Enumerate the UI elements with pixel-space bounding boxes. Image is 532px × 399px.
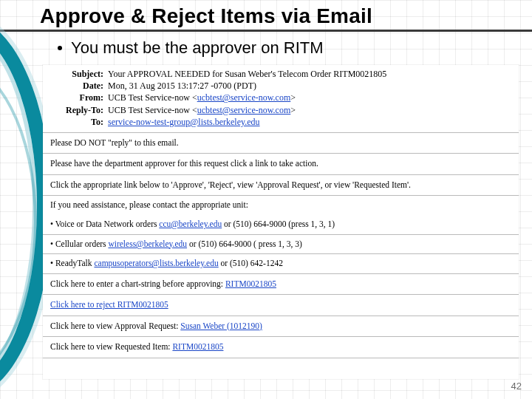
- email-screenshot: Subject: Your APPROVAL NEEDED for Susan …: [43, 65, 519, 379]
- contact-voice-post: or (510) 664-9000 (press 1, 3, 1): [222, 219, 335, 228]
- body-assist-note: If you need assistance, please contact t…: [43, 196, 519, 215]
- approve-row: Click here to enter a chart-string befor…: [43, 274, 519, 295]
- from-name: UCB Test Service-now: [108, 92, 192, 103]
- bullet-dot-icon: [58, 46, 62, 50]
- slide: Approve & Reject Items via Email You mus…: [0, 0, 532, 399]
- contact-cell-email-link[interactable]: wireless@berkeley.edu: [108, 239, 187, 248]
- divider-icon: [43, 358, 519, 358]
- contact-voice-email-link[interactable]: ccu@berkeley.edu: [159, 219, 222, 228]
- replyto-value: UCB Test Service-now <ucbtest@service-no…: [108, 104, 511, 116]
- contact-voice-pre: • Voice or Data Network orders: [50, 219, 159, 228]
- contact-cell-post: or (510) 664-9000 ( press 1, 3, 3): [187, 239, 302, 248]
- approve-pre: Click here to enter a chart-string befor…: [50, 279, 225, 288]
- contact-readytalk: • ReadyTalk campusoperators@lists.berkel…: [43, 254, 519, 273]
- body-click-link-note: Click the appropriate link below to 'App…: [43, 175, 519, 196]
- subject-label: Subject:: [50, 68, 108, 80]
- view-approval-request-link[interactable]: Susan Weber (1012190): [180, 321, 262, 330]
- from-label: From:: [50, 92, 108, 103]
- decorative-arc-inner-icon: [0, 59, 37, 384]
- reject-row: Click here to reject RITM0021805: [43, 295, 519, 316]
- contact-cellular: • Cellular orders wireless@berkeley.edu …: [43, 235, 519, 254]
- view-requested-item-link[interactable]: RITM0021805: [172, 342, 223, 351]
- approve-link[interactable]: RITM0021805: [225, 279, 276, 288]
- reject-link[interactable]: Click here to reject RITM0021805: [50, 300, 168, 309]
- body-approver-note: Please have the department approver for …: [43, 154, 519, 174]
- replyto-name: UCB Test Service-now: [108, 105, 192, 115]
- viewreq-pre: Click here to view Approval Request:: [50, 321, 180, 330]
- contact-ready-pre: • ReadyTalk: [50, 259, 94, 267]
- date-value: Mon, 31 Aug 2015 13:17:27 -0700 (PDT): [108, 80, 511, 92]
- title-underline: [0, 30, 532, 32]
- page-number: 42: [511, 381, 522, 392]
- view-approval-request-row: Click here to view Approval Request: Sus…: [43, 316, 519, 337]
- to-label: To:: [50, 116, 108, 128]
- date-label: Date:: [50, 80, 108, 92]
- body-no-reply: Please DO NOT "reply" to this email.: [43, 133, 519, 154]
- replyto-label: Reply-To:: [50, 104, 108, 116]
- contact-ready-post: or (510) 642-1242: [219, 259, 283, 267]
- replyto-email-link[interactable]: ucbtest@service-now.com: [197, 105, 291, 115]
- subject-value: Your APPROVAL NEEDED for Susan Weber's T…: [108, 68, 511, 80]
- from-value: UCB Test Service-now <ucbtest@service-no…: [108, 92, 511, 103]
- contact-cell-pre: • Cellular orders: [50, 239, 108, 248]
- contact-ready-email-link[interactable]: campusoperators@lists.berkeley.edu: [94, 259, 218, 267]
- from-email-link[interactable]: ucbtest@service-now.com: [197, 92, 291, 103]
- to-email-link[interactable]: service-now-test-group@lists.berkeley.ed…: [108, 117, 260, 127]
- viewitem-pre: Click here to view Requested Item:: [50, 342, 172, 351]
- contact-voice: • Voice or Data Network orders ccu@berke…: [43, 215, 519, 234]
- to-value: service-now-test-group@lists.berkeley.ed…: [108, 116, 511, 128]
- bullet-text: You must be the approver on RITM: [71, 38, 324, 57]
- email-header: Subject: Your APPROVAL NEEDED for Susan …: [43, 65, 519, 132]
- slide-title: Approve & Reject Items via Email: [40, 4, 372, 28]
- view-requested-item-row: Click here to view Requested Item: RITM0…: [43, 337, 519, 358]
- bullet-item: You must be the approver on RITM: [58, 38, 324, 58]
